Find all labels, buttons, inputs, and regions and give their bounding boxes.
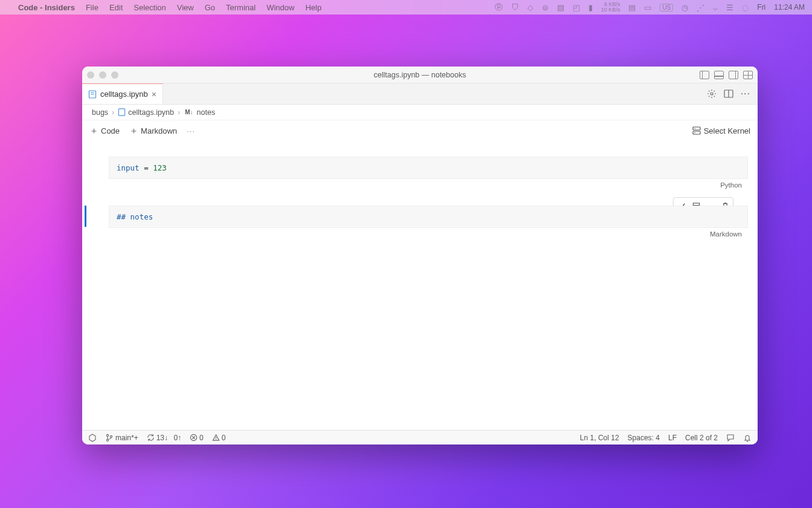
menubar-item-go[interactable]: Go [205, 3, 215, 12]
network-speed: 6 KB/s 10 KB/s [601, 2, 620, 13]
bluetooth-icon[interactable]: ⌵ [713, 3, 718, 12]
cell-code[interactable]: ## notes [117, 212, 740, 221]
status-icon[interactable]: ▧ [557, 3, 564, 12]
statusbar: main*+ 13↓ 0↑ 0 0 Ln 1, Col 12 Spaces: 4… [82, 430, 758, 444]
eol[interactable]: LF [668, 434, 677, 442]
add-markdown-cell-button[interactable]: ＋ Markdown [129, 125, 177, 137]
traffic-lights [87, 71, 118, 79]
cell-code[interactable]: input = 123 [117, 163, 740, 172]
menubar-day[interactable]: Fri [757, 3, 765, 11]
indentation[interactable]: Spaces: 4 [628, 434, 660, 442]
add-code-cell-button[interactable]: ＋ Code [89, 125, 120, 137]
problems-warnings[interactable]: 0 [212, 434, 226, 442]
gear-icon[interactable] [707, 89, 717, 99]
svg-rect-8 [693, 131, 700, 134]
cell-editor[interactable]: ## notes [109, 206, 748, 228]
cell-indicator[interactable]: Cell 2 of 2 [685, 434, 718, 442]
status-icon[interactable]: ⓟ [495, 2, 503, 13]
editor-tabbar: celltags.ipynb × ··· [82, 83, 758, 105]
status-icon[interactable]: ☰ [726, 3, 733, 12]
menubar-item-file[interactable]: File [86, 3, 98, 12]
notebook-body: input = 123 Python ··· ## notes Markdow [82, 141, 758, 430]
input-source[interactable]: US [660, 4, 673, 11]
svg-point-15 [110, 435, 112, 437]
toggle-panel-icon[interactable] [714, 71, 724, 79]
zoom-button[interactable] [111, 71, 118, 79]
status-icon[interactable]: ⛉ [511, 3, 519, 12]
notebook-toolbar: ＋ Code ＋ Markdown ··· Select Kernel [82, 120, 758, 141]
menubar-time[interactable]: 11:24 AM [774, 3, 805, 11]
macos-menubar: Code - Insiders File Edit Selection View… [0, 0, 812, 15]
problems-errors[interactable]: 0 [190, 434, 204, 442]
svg-point-10 [694, 132, 695, 134]
menubar-app-name[interactable]: Code - Insiders [18, 3, 75, 12]
svg-point-14 [106, 439, 108, 441]
select-kernel-button[interactable]: Select Kernel [692, 126, 750, 135]
editor-tab[interactable]: celltags.ipynb × [82, 83, 163, 104]
breadcrumb-item[interactable]: celltags.ipynb [118, 108, 174, 117]
cell-language-label[interactable]: Markdown [109, 228, 748, 238]
svg-rect-11 [693, 203, 699, 205]
plus-icon: ＋ [129, 125, 138, 137]
customize-layout-icon[interactable] [743, 71, 753, 79]
cell-editor[interactable]: input = 123 [109, 157, 748, 179]
breadcrumb-item[interactable]: M↓ notes [184, 108, 215, 117]
more-actions-icon[interactable]: ··· [741, 88, 750, 99]
svg-point-9 [694, 128, 695, 129]
plus-icon: ＋ [89, 125, 98, 137]
menubar-item-terminal[interactable]: Terminal [226, 3, 256, 12]
battery-icon[interactable]: ▮ [588, 3, 593, 12]
clock-icon[interactable]: ◷ [682, 3, 688, 12]
source-control-branch[interactable]: main*+ [105, 434, 138, 442]
remote-indicator[interactable] [88, 434, 97, 442]
sync-status[interactable]: 13↓ 0↑ [147, 434, 181, 442]
notebook-file-icon [88, 90, 97, 99]
menubar-item-window[interactable]: Window [266, 3, 294, 12]
notebook-cell[interactable]: input = 123 Python [109, 157, 748, 189]
tab-label: celltags.ipynb [100, 90, 148, 99]
window-title: celltags.ipynb — notebooks [374, 71, 466, 79]
breadcrumb: bugs › celltags.ipynb › M↓ notes [82, 105, 758, 120]
status-icon[interactable]: ▤ [628, 3, 636, 12]
server-icon [692, 126, 701, 135]
svg-rect-6 [119, 109, 125, 116]
chevron-right-icon: › [178, 108, 180, 117]
close-tab-icon[interactable]: × [152, 90, 156, 99]
window-titlebar: celltags.ipynb — notebooks [82, 67, 758, 83]
toggle-primary-sidebar-icon[interactable] [700, 71, 709, 79]
status-icon[interactable]: ◇ [527, 3, 533, 12]
feedback-icon[interactable] [726, 434, 735, 442]
menubar-item-selection[interactable]: Selection [134, 3, 166, 12]
status-icon[interactable]: ◌ [742, 3, 749, 12]
status-icon[interactable]: ▭ [644, 3, 651, 12]
notifications-icon[interactable] [743, 434, 752, 442]
close-button[interactable] [87, 71, 94, 79]
cursor-position[interactable]: Ln 1, Col 12 [580, 434, 619, 442]
notebook-cell[interactable]: ··· ## notes Markdown [109, 206, 748, 238]
menubar-item-help[interactable]: Help [305, 3, 321, 12]
breadcrumb-item[interactable]: bugs [92, 108, 108, 117]
svg-rect-7 [693, 127, 700, 130]
split-editor-icon[interactable] [724, 90, 733, 98]
toggle-secondary-sidebar-icon[interactable] [729, 71, 738, 79]
cell-language-label[interactable]: Python [109, 179, 748, 189]
wifi-icon[interactable]: ⋰ [697, 3, 704, 12]
svg-point-13 [106, 434, 108, 436]
chevron-right-icon: › [112, 108, 114, 117]
minimize-button[interactable] [99, 71, 106, 79]
svg-point-18 [216, 439, 216, 440]
status-icon[interactable]: ⊜ [542, 3, 549, 12]
vscode-window: celltags.ipynb — notebooks celltags.ipyn… [82, 67, 758, 444]
svg-point-3 [710, 93, 713, 95]
status-icon[interactable]: ◰ [573, 3, 580, 12]
menubar-item-view[interactable]: View [177, 3, 194, 12]
menubar-item-edit[interactable]: Edit [109, 3, 123, 12]
more-actions-icon[interactable]: ··· [187, 126, 195, 135]
